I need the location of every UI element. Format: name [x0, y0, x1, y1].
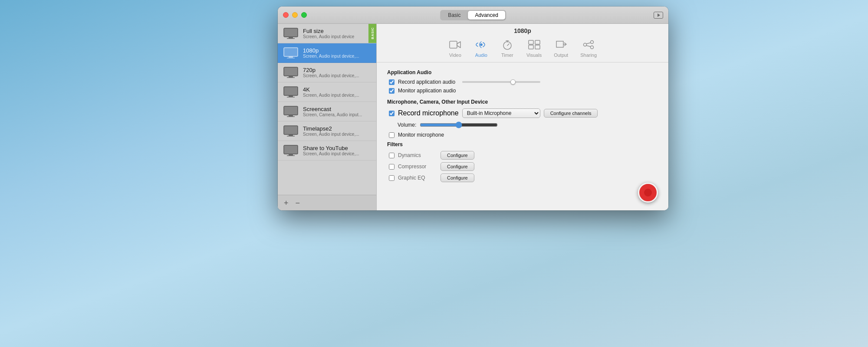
record-button[interactable] [638, 183, 658, 203]
svg-rect-15 [284, 126, 298, 134]
svg-line-25 [507, 44, 509, 46]
monitor-icon [283, 27, 299, 39]
tab-video[interactable]: Video [448, 39, 462, 58]
svg-rect-21 [450, 41, 457, 48]
tab-output[interactable]: Output [554, 39, 568, 58]
visuals-icon [527, 39, 541, 51]
record-button-inner [644, 189, 652, 196]
svg-rect-17 [287, 136, 295, 137]
item-subtitle: Screen, Audio input device,... [303, 151, 371, 156]
remove-preset-button[interactable]: − [296, 199, 300, 207]
item-text: Share to YouTube Screen, Audio input dev… [303, 145, 371, 156]
item-subtitle: Screen, Audio input device,... [303, 93, 371, 98]
monitor-icon [283, 144, 299, 157]
svg-rect-6 [284, 67, 298, 76]
sidebar-item-timelapse2[interactable]: Timelapse2 Screen, Audio input device,..… [278, 121, 376, 141]
filter-compressor-row: Compressor Configure [387, 162, 658, 171]
svg-line-35 [586, 43, 591, 44]
dynamics-checkbox[interactable] [389, 153, 395, 158]
tab-video-label: Video [449, 52, 461, 58]
tab-timer[interactable]: Timer [500, 39, 514, 58]
monitor-app-audio-label: Monitor application audio [398, 88, 456, 94]
item-text: 4K Screen, Audio input device,... [303, 86, 371, 98]
item-title: 4K [303, 86, 371, 93]
tab-sharing[interactable]: Sharing [580, 39, 597, 58]
graphic-eq-label: Graphic EQ [398, 175, 437, 181]
svg-rect-8 [287, 77, 295, 78]
monitor-icon [283, 86, 299, 98]
maximize-button[interactable] [301, 12, 307, 18]
sidebar-item-720p[interactable]: 720p Screen, Audio input device,... [278, 63, 376, 82]
sidebar-item-1080p[interactable]: 1080p Screen, Audio input device,... [278, 43, 376, 63]
tab-visuals-label: Visuals [526, 52, 542, 58]
svg-point-33 [584, 43, 587, 46]
mic-section-title: Microphone, Camera, Other Input Device [387, 99, 658, 105]
sidebar-item-screencast[interactable]: Screencast Screen, Camera, Audio input..… [278, 102, 376, 121]
svg-rect-10 [289, 95, 293, 97]
titlebar: Basic Advanced [278, 7, 668, 24]
svg-rect-9 [284, 87, 298, 95]
sidebar: Full size Screen, Audio input device BAS… [278, 24, 377, 210]
record-mic-checkbox[interactable] [389, 111, 395, 116]
svg-rect-19 [289, 154, 293, 155]
dynamics-label: Dynamics [398, 152, 437, 158]
monitor-mic-checkbox[interactable] [389, 132, 395, 138]
record-mic-row: Record microphone Built-in Microphone Co… [387, 108, 658, 118]
volume-label: Volume: [398, 122, 416, 128]
record-mic-label: Record microphone [398, 109, 459, 117]
svg-point-34 [591, 46, 594, 49]
tab-audio-label: Audio [475, 52, 487, 58]
svg-rect-20 [287, 155, 295, 156]
svg-rect-3 [284, 48, 298, 56]
close-button[interactable] [283, 12, 289, 18]
item-title: 720p [303, 67, 371, 73]
svg-rect-28 [535, 40, 540, 44]
sidebar-item-full-size[interactable]: Full size Screen, Audio input device BAS… [278, 24, 376, 43]
record-app-audio-checkbox[interactable] [389, 79, 395, 85]
sidebar-item-4k[interactable]: 4K Screen, Audio input device,... [278, 82, 376, 102]
svg-rect-1 [289, 37, 293, 38]
sidebar-footer: + − [278, 195, 376, 210]
filter-graphic-eq-row: Graphic EQ Configure [387, 174, 658, 182]
compressor-configure-button[interactable]: Configure [441, 162, 474, 171]
basic-mode-button[interactable]: Basic [441, 11, 467, 20]
minimize-button[interactable] [292, 12, 298, 18]
item-subtitle: Screen, Audio input device [303, 34, 371, 39]
tab-visuals[interactable]: Visuals [526, 39, 542, 58]
record-app-audio-row: Record application audio [387, 79, 658, 85]
monitor-icon [283, 125, 299, 137]
dynamics-configure-button[interactable]: Configure [441, 151, 474, 160]
graphic-eq-checkbox[interactable] [389, 175, 395, 181]
filters-title: Filters [387, 141, 658, 147]
configure-channels-button[interactable]: Configure channels [544, 109, 598, 118]
sidebar-item-share-youtube[interactable]: Share to YouTube Screen, Audio input dev… [278, 141, 376, 160]
compressor-checkbox[interactable] [389, 164, 395, 170]
add-preset-button[interactable]: + [284, 199, 289, 207]
basic-tag: BASIC [368, 24, 376, 43]
settings-area: Application Audio Record application aud… [377, 62, 668, 210]
graphic-eq-configure-button[interactable]: Configure [441, 174, 474, 182]
tab-bar: Video Audio [377, 36, 668, 62]
sharing-icon [582, 39, 595, 51]
svg-rect-30 [535, 45, 540, 49]
svg-rect-4 [289, 56, 293, 58]
svg-rect-13 [289, 115, 293, 116]
item-title: 1080p [303, 47, 371, 54]
monitor-app-audio-checkbox[interactable] [389, 88, 395, 94]
sidebar-list: Full size Screen, Audio input device BAS… [278, 24, 376, 195]
monitor-icon [283, 66, 299, 79]
mic-select[interactable]: Built-in Microphone [462, 108, 540, 118]
compressor-label: Compressor [398, 164, 437, 170]
main-window: Basic Advanced Full [278, 7, 668, 210]
volume-slider[interactable] [420, 121, 498, 128]
svg-point-22 [480, 44, 482, 46]
tab-audio[interactable]: Audio [474, 39, 488, 58]
window-body: Full size Screen, Audio input device BAS… [278, 24, 668, 210]
svg-rect-0 [284, 28, 298, 37]
tab-sharing-label: Sharing [580, 52, 597, 58]
svg-rect-18 [284, 145, 298, 154]
advanced-mode-button[interactable]: Advanced [468, 11, 505, 20]
audio-icon [474, 39, 488, 51]
output-icon [554, 39, 568, 51]
svg-rect-27 [529, 40, 533, 44]
